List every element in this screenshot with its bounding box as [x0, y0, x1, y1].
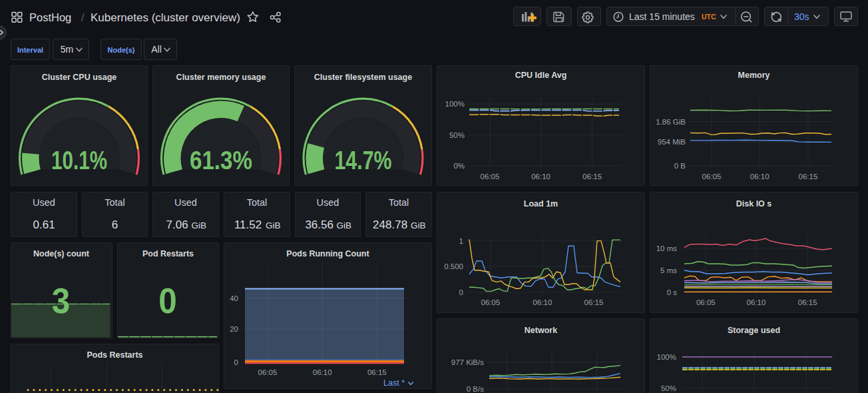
svg-text:/: /	[81, 12, 85, 23]
svg-text:Pod Restarts: Pod Restarts	[142, 249, 194, 258]
svg-text:40: 40	[230, 294, 238, 302]
svg-text:GiB: GiB	[411, 220, 426, 230]
svg-text:Load 1m: Load 1m	[524, 199, 558, 208]
svg-text:0 B: 0 B	[674, 162, 686, 170]
svg-text:0.61: 0.61	[33, 218, 55, 231]
svg-text:20: 20	[230, 325, 238, 333]
svg-text:7.06: 7.06	[166, 218, 188, 231]
svg-text:Interval: Interval	[17, 46, 43, 54]
svg-text:CPU Idle Avg: CPU Idle Avg	[515, 71, 567, 80]
svg-text:Last *: Last *	[383, 378, 405, 388]
svg-text:Cluster CPU usage: Cluster CPU usage	[42, 73, 117, 82]
svg-text:06:15: 06:15	[584, 298, 604, 306]
svg-text:Used: Used	[33, 197, 55, 208]
svg-text:10 ms: 10 ms	[656, 244, 678, 252]
svg-text:Node(s) count: Node(s) count	[33, 249, 90, 258]
svg-text:100%: 100%	[445, 100, 465, 108]
svg-text:50%: 50%	[661, 384, 676, 392]
svg-text:06:05: 06:05	[696, 298, 716, 306]
svg-text:50%: 50%	[449, 131, 465, 139]
svg-text:0: 0	[234, 358, 238, 366]
svg-text:Pods Running Count: Pods Running Count	[286, 249, 369, 258]
svg-text:977 KiB/s: 977 KiB/s	[451, 358, 484, 366]
svg-text:Total: Total	[389, 197, 409, 208]
svg-text:06:15: 06:15	[582, 173, 602, 181]
svg-text:06:05: 06:05	[702, 173, 722, 181]
svg-text:36.56: 36.56	[305, 218, 333, 231]
svg-text:11.52: 11.52	[234, 218, 262, 231]
svg-text:248.78: 248.78	[373, 218, 407, 231]
svg-text:61.3%: 61.3%	[190, 146, 252, 175]
svg-text:06:15: 06:15	[799, 173, 818, 181]
svg-text:06:05: 06:05	[258, 368, 278, 376]
svg-text:Cluster memory usage: Cluster memory usage	[176, 73, 266, 82]
svg-text:Pods Restarts: Pods Restarts	[87, 350, 142, 360]
svg-text:06:05: 06:05	[481, 173, 500, 181]
svg-text:Storage used: Storage used	[728, 326, 780, 335]
svg-text:6: 6	[112, 218, 118, 231]
svg-text:GiB: GiB	[337, 220, 352, 230]
svg-text:06:10: 06:10	[533, 298, 552, 306]
svg-text:10.1%: 10.1%	[51, 146, 107, 175]
svg-text:Cluster filesystem usage: Cluster filesystem usage	[314, 73, 412, 82]
svg-text:06:10: 06:10	[747, 298, 766, 306]
svg-text:Kubernetes (cluster overview): Kubernetes (cluster overview)	[91, 11, 240, 24]
svg-text:UTC: UTC	[702, 13, 716, 21]
svg-text:Used: Used	[317, 197, 339, 208]
svg-text:06:10: 06:10	[313, 368, 332, 376]
svg-text:0 s: 0 s	[667, 288, 678, 296]
svg-text:Last 15 minutes: Last 15 minutes	[629, 11, 695, 22]
svg-text:100%: 100%	[657, 353, 676, 361]
svg-text:All: All	[151, 44, 162, 55]
svg-text:06:05: 06:05	[481, 298, 501, 306]
svg-text:1.86 GiB: 1.86 GiB	[656, 118, 686, 126]
svg-text:Total: Total	[105, 197, 125, 208]
svg-text:14.7%: 14.7%	[335, 146, 392, 175]
svg-text:06:15: 06:15	[367, 368, 387, 376]
svg-text:Memory: Memory	[738, 71, 770, 80]
svg-text:954 MiB: 954 MiB	[658, 138, 686, 146]
svg-text:Node(s): Node(s)	[108, 46, 135, 54]
svg-text:1: 1	[459, 237, 463, 245]
svg-text:GiB: GiB	[191, 220, 206, 230]
svg-text:Total: Total	[247, 197, 268, 208]
svg-text:0: 0	[459, 288, 463, 296]
svg-text:Disk IO s: Disk IO s	[736, 199, 772, 208]
svg-text:06:15: 06:15	[798, 298, 817, 306]
svg-text:0%: 0%	[453, 162, 465, 170]
svg-text:PostHog: PostHog	[29, 11, 71, 23]
svg-text:Used: Used	[174, 197, 197, 208]
svg-text:5m: 5m	[61, 44, 73, 55]
svg-text:GiB: GiB	[266, 220, 281, 230]
svg-text:06:10: 06:10	[531, 173, 550, 181]
svg-text:5 ms: 5 ms	[660, 266, 677, 274]
svg-text:Network: Network	[525, 326, 557, 335]
svg-text:0 B/s: 0 B/s	[467, 385, 484, 393]
svg-text:3: 3	[52, 281, 71, 320]
svg-text:0.500: 0.500	[444, 262, 463, 270]
svg-text:30s: 30s	[794, 11, 809, 22]
svg-text:06:10: 06:10	[750, 173, 769, 181]
svg-text:0: 0	[158, 281, 177, 320]
